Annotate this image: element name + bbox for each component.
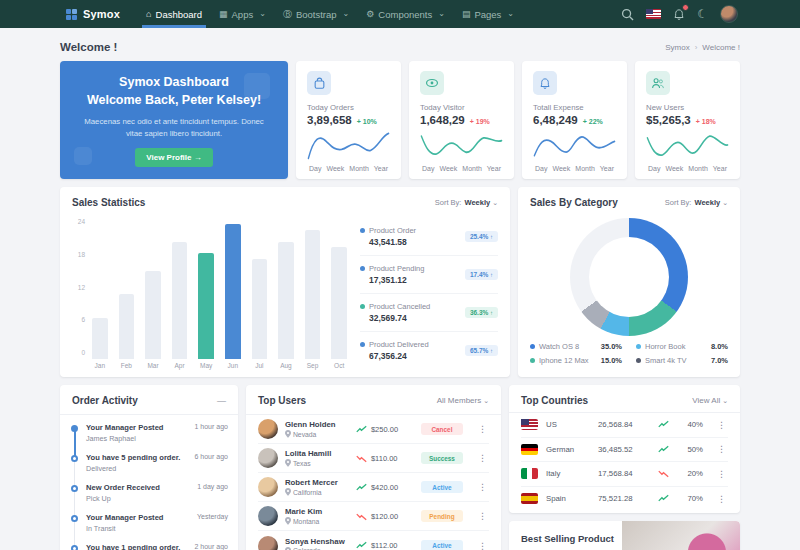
best-selling-product-card: Best Selling Product 2,562 4,652 xyxy=(509,521,740,550)
kebab-menu-icon[interactable]: ⋮ xyxy=(476,424,489,434)
dark-mode-icon[interactable]: ☾ xyxy=(697,7,708,21)
bar-jun xyxy=(225,224,241,359)
donut-chart xyxy=(570,218,688,336)
product-stats-list: Product Order 43,541.58 25.4% Product Pe… xyxy=(360,218,498,369)
country-row: US 26,568.84 40% ⋮ xyxy=(521,413,728,438)
location-pin-icon xyxy=(285,488,291,496)
breadcrumb-root[interactable]: Symox xyxy=(665,43,689,52)
stat-label: Today Orders xyxy=(307,103,390,112)
stat-delta: + 19% xyxy=(470,118,490,125)
period-labels: DayWeekMonthYear xyxy=(307,165,390,172)
brand-name: Symox xyxy=(83,8,120,20)
activity-item: You have 5 pending order.6 hour ago Deli… xyxy=(86,453,228,483)
card-title: Top Users xyxy=(258,395,306,406)
period-labels: DayWeekMonthYear xyxy=(420,165,503,172)
period-labels: DayWeekMonthYear xyxy=(533,165,616,172)
bar-jan xyxy=(92,318,108,359)
user-row: Glenn Holden Nevada $250.00 Cancel ⋮ xyxy=(258,415,489,444)
card-title: Sales Statistics xyxy=(72,197,145,208)
kebab-menu-icon[interactable]: ⋮ xyxy=(476,511,489,521)
all-members-dropdown[interactable]: All Members xyxy=(437,396,489,405)
percent-badge: 25.4% xyxy=(465,231,498,242)
nav-item-pages[interactable]: ▤ Pages xyxy=(462,0,514,28)
user-row: Marie Kim Montana $120.00 Pending ⋮ xyxy=(258,502,489,531)
sparkline-chart xyxy=(533,129,616,161)
kebab-menu-icon[interactable]: ⋮ xyxy=(476,482,489,492)
timeline-dot xyxy=(71,485,78,492)
trend-icon xyxy=(356,512,367,521)
kebab-menu-icon[interactable]: ⋮ xyxy=(476,541,489,550)
bar-jul xyxy=(252,259,268,359)
location-pin-icon xyxy=(285,459,291,467)
sort-by-dropdown[interactable]: Sort By:Weekly xyxy=(665,198,728,207)
timeline-dot xyxy=(71,545,78,550)
trend-icon xyxy=(658,469,669,478)
brand-logo[interactable]: Symox xyxy=(66,8,120,20)
welcome-banner: Symox Dashboard Welcome Back, Peter Kels… xyxy=(60,61,288,179)
collapse-icon[interactable]: — xyxy=(217,396,226,406)
welcome-description: Maecenas nec odio et ante tincidunt temp… xyxy=(76,116,272,139)
trend-icon xyxy=(356,425,367,434)
navbar-actions: ☾ xyxy=(621,5,738,23)
view-all-dropdown[interactable]: View All xyxy=(692,396,728,405)
activity-item: Your Manager PostedYesterday In Transit xyxy=(86,513,228,543)
period-labels: DayWeekMonthYear xyxy=(646,165,729,172)
bar-mar xyxy=(145,271,161,359)
page-title: Welcome ! xyxy=(60,41,117,53)
trend-icon xyxy=(356,541,367,550)
list-item: Product Delivered 67,356.24 65.7% xyxy=(360,332,498,369)
user-avatar[interactable] xyxy=(720,5,738,23)
bar-aug xyxy=(278,242,294,360)
bullet-dot xyxy=(360,266,365,271)
legend-item: Smart 4k TV 7.0% xyxy=(636,356,728,365)
legend-item: Horror Book 8.0% xyxy=(636,342,728,351)
list-item: Product Cancelled 32,569.74 36.3% xyxy=(360,294,498,332)
view-profile-button[interactable]: View Profile xyxy=(135,148,212,167)
kebab-menu-icon[interactable]: ⋮ xyxy=(715,444,728,454)
kebab-menu-icon[interactable]: ⋮ xyxy=(476,453,489,463)
language-flag-icon[interactable] xyxy=(646,9,661,19)
legend-item: Iphone 12 Max 15.0% xyxy=(530,356,622,365)
user-row: Lolita Hamill Texas $110.00 Success ⋮ xyxy=(258,444,489,473)
notification-badge xyxy=(682,4,689,11)
logo-grid-icon xyxy=(66,9,77,20)
location-pin-icon xyxy=(285,430,291,438)
sales-statistics-card: Sales Statistics Sort By:Weekly 24181260… xyxy=(60,187,510,377)
avatar xyxy=(258,477,278,497)
card-title: Order Activity xyxy=(72,395,138,406)
activity-item: New Order Received1 day ago Pick Up xyxy=(86,483,228,513)
activity-item: Your Manager Posted1 hour ago James Raph… xyxy=(86,423,228,453)
nav-item-dashboard[interactable]: ⌂ Dashboard xyxy=(146,0,202,28)
user-row: Sonya Henshaw Colorado $112.00 Active ⋮ xyxy=(258,531,489,550)
kebab-menu-icon[interactable]: ⋮ xyxy=(715,420,728,430)
bar-oct xyxy=(331,247,347,359)
search-icon[interactable] xyxy=(621,8,634,21)
kebab-menu-icon[interactable]: ⋮ xyxy=(715,469,728,479)
stat-value: 6,48,249 xyxy=(533,114,578,126)
card-title: Top Countries xyxy=(521,395,588,406)
stat-label: New Users xyxy=(646,103,729,112)
main-nav: ⌂ Dashboard ▦ Apps Ⓑ Bootstrap ⚙ Compone… xyxy=(146,0,621,28)
nav-item-bootstrap[interactable]: Ⓑ Bootstrap xyxy=(283,0,349,28)
bullet-dot xyxy=(360,304,365,309)
bar-series xyxy=(89,218,350,359)
nav-item-components[interactable]: ⚙ Components xyxy=(366,0,445,28)
notifications-bell-icon[interactable] xyxy=(673,8,685,21)
list-item: Product Pending 17,351.12 17.4% xyxy=(360,256,498,294)
trend-icon xyxy=(658,420,669,429)
top-navbar: Symox ⌂ Dashboard ▦ Apps Ⓑ Bootstrap ⚙ C… xyxy=(0,0,800,28)
percent-badge: 65.7% xyxy=(465,345,498,356)
kebab-menu-icon[interactable]: ⋮ xyxy=(715,494,728,504)
components-icon: ⚙ xyxy=(366,10,374,19)
bar-feb xyxy=(119,294,135,359)
stat-card-expense: Totall Expense 6,48,249 + 22% DayWeekMon… xyxy=(522,61,627,179)
sparkline-chart xyxy=(420,129,503,161)
user-row: Robert Mercer California $420.00 Active … xyxy=(258,473,489,502)
nav-item-apps[interactable]: ▦ Apps xyxy=(219,0,266,28)
country-row: Spain 75,521.28 70% ⋮ xyxy=(521,487,728,512)
sort-by-dropdown[interactable]: Sort By:Weekly xyxy=(435,198,498,207)
bootstrap-icon: Ⓑ xyxy=(283,10,292,19)
stat-delta: + 22% xyxy=(583,118,603,125)
percent-badge: 36.3% xyxy=(465,307,498,318)
avatar xyxy=(258,536,278,550)
